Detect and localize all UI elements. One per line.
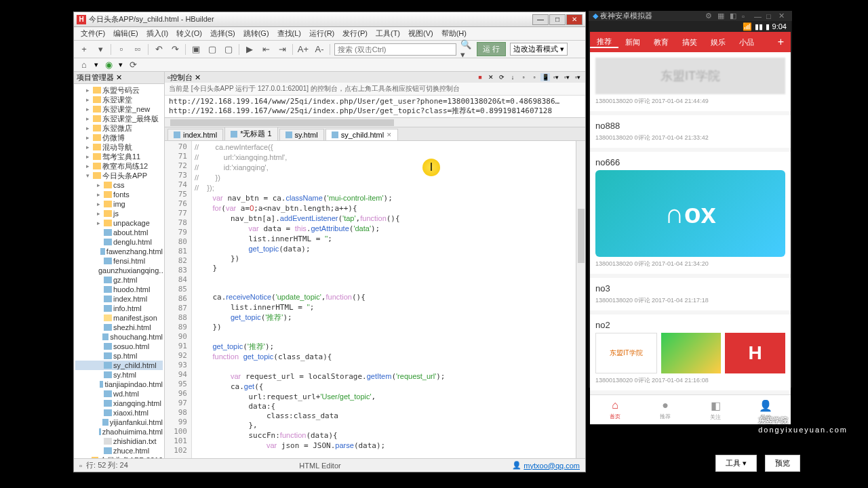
play-icon[interactable]: ▶: [243, 43, 256, 56]
close-icon[interactable]: ✕: [116, 73, 122, 82]
feed-post[interactable]: no2东盟IT学院H13800138020 0评论 2017-01-04 21:…: [590, 314, 791, 390]
project-tree[interactable]: ▸东盟号码云▸东翌课堂▸东翌课堂_new▸东翌课堂_最终版▸东翌微店▸仿微博▸混…: [74, 84, 164, 458]
action-icon[interactable]: ⟳: [497, 73, 507, 81]
tree-node[interactable]: huodo.html: [75, 285, 163, 294]
redo-icon[interactable]: ↷: [169, 43, 181, 56]
tree-node[interactable]: gaunzhuxiangqing.…: [75, 266, 163, 275]
home-icon[interactable]: ⌂: [78, 59, 90, 71]
tree-node[interactable]: sy_child.html: [75, 361, 163, 370]
device-icon[interactable]: 📱: [540, 73, 550, 81]
console-hscroll[interactable]: [165, 117, 585, 127]
action-icon[interactable]: ◧: [730, 12, 739, 20]
tree-node[interactable]: xiaoxi.html: [75, 408, 163, 418]
tree-node[interactable]: ▸东翌课堂_最终版: [75, 114, 163, 123]
tree-node[interactable]: sy.html: [75, 370, 163, 380]
tree-node[interactable]: about.html: [75, 228, 163, 237]
tree-node[interactable]: shouchang.html: [75, 332, 163, 342]
tree-node[interactable]: ▸教室布局练12: [75, 161, 163, 171]
action-icon[interactable]: ▢: [206, 43, 218, 56]
menu-item[interactable]: 运行(R): [307, 27, 337, 40]
tree-node[interactable]: sp.html: [75, 351, 163, 361]
tree-node[interactable]: yijianfankui.html: [75, 418, 163, 427]
user-link[interactable]: mytxoo@qq.com: [524, 462, 580, 470]
save-icon[interactable]: ▫: [115, 43, 127, 56]
feed-post[interactable]: no666∩ox13800138020 0评论 2017-01-04 21:34…: [590, 152, 791, 274]
action-icon[interactable]: ⇥: [276, 43, 288, 56]
menu-item[interactable]: 编辑(E): [111, 27, 141, 40]
action-icon[interactable]: ↓: [508, 73, 517, 81]
action-icon[interactable]: ▫▾: [562, 73, 572, 81]
undo-icon[interactable]: ↶: [153, 43, 165, 56]
tree-node[interactable]: ▸img: [75, 199, 163, 209]
tree-node[interactable]: ▸仿微博: [75, 133, 163, 142]
editor-tab[interactable]: sy_child.html✕: [326, 129, 399, 140]
code-editor[interactable]: 70 71 72 73 74 75 76 77 78 79 80 81 82 8…: [165, 141, 585, 458]
menu-item[interactable]: 跳转(G): [241, 27, 272, 40]
close-icon[interactable]: ✕: [195, 73, 201, 82]
code-content[interactable]: // ca.newInterface({ // url:'xiangqing.h…: [192, 141, 576, 458]
tree-node[interactable]: shezhi.html: [75, 323, 163, 332]
tree-node[interactable]: zhishidian.txt: [75, 436, 163, 446]
editor-tab[interactable]: sy.html: [279, 129, 324, 140]
close-button[interactable]: ✕: [566, 14, 583, 25]
tree-node[interactable]: ▸unpackage: [75, 218, 163, 228]
tree-node[interactable]: sosuo.html: [75, 342, 163, 351]
settings-icon[interactable]: ⚙: [705, 12, 715, 20]
tree-node[interactable]: ▸驾考宝典11: [75, 152, 163, 161]
action-icon[interactable]: ⇤: [260, 43, 272, 56]
sync-icon[interactable]: ⟳: [127, 59, 139, 71]
font-increase-icon[interactable]: A+: [297, 43, 309, 56]
tabbar-item[interactable]: ⌂首页: [590, 395, 640, 424]
tree-node[interactable]: ▸fonts: [75, 190, 163, 199]
editor-vscroll[interactable]: [576, 141, 585, 458]
menu-item[interactable]: 发行(P): [340, 27, 370, 40]
nav-tab[interactable]: 推荐: [590, 37, 618, 48]
menu-item[interactable]: 查找(L): [275, 27, 304, 40]
menu-item[interactable]: 视图(V): [406, 27, 436, 40]
tree-node[interactable]: ▸东翌微店: [75, 123, 163, 133]
saveall-icon[interactable]: ▫▫: [132, 43, 144, 56]
tree-node[interactable]: fawenzhang.html: [75, 247, 163, 256]
tree-node[interactable]: tianjiapindao.html: [75, 380, 163, 389]
tree-node[interactable]: ▸css: [75, 180, 163, 190]
action-icon[interactable]: ▫: [519, 73, 528, 81]
menu-item[interactable]: 工具(T): [373, 27, 403, 40]
menu-item[interactable]: 插入(I): [144, 27, 171, 40]
menu-item[interactable]: 帮助(H): [439, 27, 469, 40]
tree-node[interactable]: zhuce.html: [75, 446, 163, 455]
tree-node[interactable]: denglu.html: [75, 237, 163, 247]
tree-node[interactable]: ▾今日头条APP: [75, 171, 163, 180]
add-icon[interactable]: +: [771, 36, 791, 48]
clear-icon[interactable]: ✕: [486, 73, 496, 81]
tree-node[interactable]: ▸东翌课堂_new: [75, 104, 163, 114]
tree-node[interactable]: info.html: [75, 304, 163, 313]
tree-node[interactable]: zhaohuimima.html: [75, 427, 163, 436]
font-decrease-icon[interactable]: A-: [313, 43, 326, 56]
editor-tab[interactable]: index.html: [167, 129, 223, 140]
tabbar-item[interactable]: ◧关注: [690, 395, 741, 424]
tree-node[interactable]: ▸混动导航: [75, 142, 163, 152]
globe-icon[interactable]: ◉: [102, 59, 115, 71]
tree-node[interactable]: wd.html: [75, 389, 163, 399]
action-icon[interactable]: ▣: [190, 43, 202, 56]
feed[interactable]: 东盟IT学院13800138020 0评论 2017-01-04 21:44:4…: [590, 52, 791, 394]
action-icon[interactable]: ▫▾: [551, 73, 561, 81]
mode-select[interactable]: 边改边看模式 ▾: [510, 43, 568, 56]
nav-tab[interactable]: 娱乐: [704, 37, 732, 47]
tree-node[interactable]: gz.html: [75, 275, 163, 285]
tree-node[interactable]: index.html: [75, 294, 163, 304]
editor-tab[interactable]: *无标题 1: [224, 127, 277, 140]
feed-post[interactable]: no313800138020 0评论 2017-01-04 21:17:18: [590, 278, 791, 310]
tool-button[interactable]: 工具 ▾: [715, 455, 757, 472]
nav-tab[interactable]: 新闻: [618, 37, 647, 47]
tree-node[interactable]: fensi.html: [75, 256, 163, 266]
tree-node[interactable]: ▸东翌课堂: [75, 95, 163, 104]
grid-icon[interactable]: ▦: [717, 12, 727, 20]
maximize-button[interactable]: □: [549, 14, 566, 25]
stop-icon[interactable]: ■: [475, 73, 485, 81]
preview-button[interactable]: 预览: [765, 455, 800, 472]
menu-item[interactable]: 选择(S): [208, 27, 238, 40]
close-icon[interactable]: ✕: [778, 12, 788, 20]
nav-tab[interactable]: 小品: [732, 37, 761, 47]
feed-post[interactable]: 东盟IT学院13800138020 0评论 2017-01-04 21:44:4…: [590, 52, 791, 111]
